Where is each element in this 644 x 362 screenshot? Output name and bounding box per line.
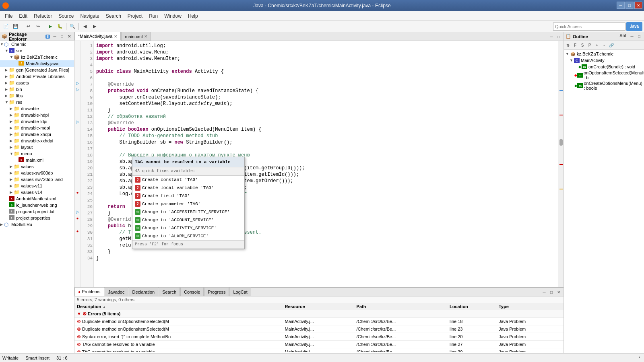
tree-item-res[interactable]: ▼ 📁 res — [0, 99, 74, 105]
tab-logcat[interactable]: LogCat — [229, 287, 251, 296]
minimize-outline-button[interactable]: ─ — [629, 33, 635, 40]
menu-file[interactable]: File — [2, 12, 16, 20]
maximize-bottom-button[interactable]: □ — [548, 289, 555, 295]
table-row[interactable]: ⊗ TAG cannot be resolved to a variable M… — [74, 348, 564, 352]
outline-item-class[interactable]: ▼ C MainActivity — [565, 57, 643, 64]
qf-item-5[interactable]: ◎ Change to 'ACCESSIBILITY_SERVICE' — [132, 208, 244, 216]
scrollbar-v[interactable] — [558, 41, 564, 287]
search-button[interactable]: 🔍 — [68, 22, 77, 31]
tree-item-values-sw600dp[interactable]: ▶ 📁 values-sw600dp — [0, 170, 74, 176]
outline-expand-button[interactable]: + — [594, 42, 600, 49]
minimize-editor-button[interactable]: ─ — [548, 33, 555, 40]
quick-access-input[interactable] — [553, 23, 625, 31]
tree-item-drawable-hdpi[interactable]: ▶ 📁 drawable-hdpi — [0, 112, 74, 118]
menu-window[interactable]: Window — [161, 12, 185, 20]
maximize-outline-button[interactable]: □ — [636, 33, 642, 40]
col-description[interactable]: Description ▲ — [74, 303, 282, 310]
run-button[interactable]: ▶ — [46, 22, 55, 31]
tab-main-xml-close[interactable]: ✕ — [144, 34, 147, 39]
debug-button[interactable]: 🐛 — [56, 22, 64, 31]
tree-item-gen[interactable]: ▶ 📁 gen [Generated Java Files] — [0, 67, 74, 73]
back-button[interactable]: ◀ — [80, 22, 89, 31]
tree-item-drawable-ldpi[interactable]: ▶ 📁 drawable-ldpi — [0, 118, 74, 125]
menu-project[interactable]: Project — [124, 12, 146, 20]
tab-mainactivity-close[interactable]: ✕ — [114, 34, 117, 39]
minimize-panel-button[interactable]: ─ — [52, 33, 58, 40]
menu-help[interactable]: Help — [185, 12, 201, 20]
close-panel-button[interactable]: ✕ — [66, 33, 72, 40]
col-path[interactable]: Path — [354, 303, 447, 310]
menu-search[interactable]: Search — [103, 12, 124, 20]
tree-item-ic-launcher[interactable]: p ic_launcher-web.png — [0, 202, 74, 208]
tree-item-main-xml[interactable]: x main.xml — [0, 157, 74, 163]
tab-javadoc[interactable]: Javadoc — [105, 287, 128, 296]
minimize-bottom-button[interactable]: ─ — [541, 289, 547, 295]
tree-item-src[interactable]: ▼ s src — [0, 47, 74, 54]
qf-item-6[interactable]: ◎ Change to 'ACCOUNT_SERVICE' — [132, 216, 244, 224]
outline-item-package[interactable]: ▼ 📦 kz.BeKZaT.chemic — [565, 51, 643, 57]
tree-item-android-libs[interactable]: ▶ 📁 Android Private Libraries — [0, 73, 74, 80]
qf-item-1[interactable]: J Create constant 'TAG' — [132, 176, 244, 184]
outline-collapse-button[interactable]: - — [601, 42, 607, 49]
quick-fix-list[interactable]: J Create constant 'TAG' J Create local v… — [132, 176, 244, 240]
redo-button[interactable]: ↪ — [33, 22, 42, 31]
scrollbar-thumb[interactable] — [559, 139, 563, 146]
tree-item-mcskill[interactable]: ▶ ⬡ McSkill.Ru — [0, 221, 74, 228]
tree-item-values-v11[interactable]: ▶ 📁 values-v11 — [0, 183, 74, 189]
close-bottom-button[interactable]: ✕ — [555, 289, 562, 295]
tree-item-proguard[interactable]: t proguard-project.txt — [0, 208, 74, 215]
qf-item-7[interactable]: ◎ Change to 'ACTIVITY_SERVICE' — [132, 224, 244, 232]
tree-item-drawable-mdpi[interactable]: ▶ 📁 drawable-mdpi — [0, 125, 74, 131]
menu-refactor[interactable]: Refactor — [31, 12, 55, 20]
tab-progress[interactable]: Progress — [204, 287, 229, 296]
outline-hide-static-button[interactable]: S — [579, 42, 586, 49]
minimize-button[interactable]: ─ — [617, 2, 625, 9]
maximize-panel-button[interactable]: □ — [59, 33, 65, 40]
col-type[interactable]: Type — [496, 303, 564, 310]
menu-edit[interactable]: Edit — [16, 12, 31, 20]
tree-item-values[interactable]: ▶ 📁 values — [0, 163, 74, 170]
table-row[interactable]: ⊗ Duplicate method onOptionsItemSelected… — [74, 318, 564, 325]
qf-item-4[interactable]: J Create parameter 'TAG' — [132, 200, 244, 208]
tree-item-layout[interactable]: ▶ 📁 layout — [0, 144, 74, 150]
menu-navigate[interactable]: Navigate — [77, 12, 102, 20]
maximize-button[interactable]: □ — [625, 2, 634, 9]
tree-item-project-props[interactable]: t project.properties — [0, 215, 74, 221]
tree-item-androidmanifest[interactable]: x AndroidManifest.xml — [0, 195, 74, 202]
new-button[interactable]: 📄 — [2, 22, 10, 31]
table-row[interactable]: ⊗ Syntax error, insert "}" to complete M… — [74, 333, 564, 341]
qf-item-8[interactable]: ◎ Change to 'ALARM_SERVICE' — [132, 232, 244, 240]
tab-mainactivity[interactable]: *MainActivity.java ✕ — [74, 32, 121, 41]
menu-run[interactable]: Run — [146, 12, 161, 20]
maximize-editor-button[interactable]: □ — [555, 33, 562, 40]
code-area[interactable]: import android.util.Log; import android.… — [94, 41, 558, 287]
qf-item-2[interactable]: J Create local variable 'TAG' — [132, 184, 244, 192]
outline-hide-nonapu-button[interactable]: P — [586, 42, 593, 49]
tree-item-drawable[interactable]: ▶ 📁 drawable — [0, 105, 74, 112]
tab-problems[interactable]: ● Problems — [74, 287, 104, 296]
tree-item-chemic[interactable]: ▼ ⬡ Chemic — [0, 41, 74, 47]
tree-item-libs[interactable]: ▶ 📁 libs — [0, 93, 74, 99]
tab-declaration[interactable]: Declaration — [129, 287, 159, 296]
qf-item-3[interactable]: J Create field 'TAG' — [132, 192, 244, 200]
col-location[interactable]: Location — [447, 303, 496, 310]
tree-item-values-sw720dp[interactable]: ▶ 📁 values-sw720dp-land — [0, 176, 74, 183]
close-button[interactable]: ✕ — [634, 2, 642, 9]
table-row[interactable]: ⊗ TAG cannot be resolved to a variable M… — [74, 341, 564, 348]
tree-item-assets[interactable]: ▶ 📁 assets — [0, 80, 74, 86]
col-resource[interactable]: Resource — [282, 303, 354, 310]
table-row[interactable]: ⊗ Duplicate method onOptionsItemSelected… — [74, 325, 564, 333]
outline-item-oncreate[interactable]: ◆ m onCreate(Bundle) : void — [565, 64, 643, 70]
tree-item-values-v14[interactable]: ▶ 📁 values-v14 — [0, 189, 74, 195]
tab-console[interactable]: Console — [180, 287, 204, 296]
tree-item-menu[interactable]: ▼ 📁 menu — [0, 150, 74, 157]
save-button[interactable]: 💾 — [11, 22, 20, 31]
forward-button[interactable]: ▶ — [90, 22, 99, 31]
outline-sort-button[interactable]: ⇅ — [565, 42, 571, 49]
outline-item-onoptionsitemselected[interactable]: ◆ m onOptionsItemSelected(MenuItem) : b — [565, 70, 643, 80]
outline-link-button[interactable]: 🔗 — [608, 42, 615, 49]
menu-source[interactable]: Source — [55, 12, 77, 20]
tree-item-drawable-xhdpi[interactable]: ▶ 📁 drawable-xhdpi — [0, 131, 74, 138]
java-perspective-button[interactable]: Java — [626, 22, 642, 31]
tree-item-drawable-xxhdpi[interactable]: ▶ 📁 drawable-xxhdpi — [0, 138, 74, 144]
